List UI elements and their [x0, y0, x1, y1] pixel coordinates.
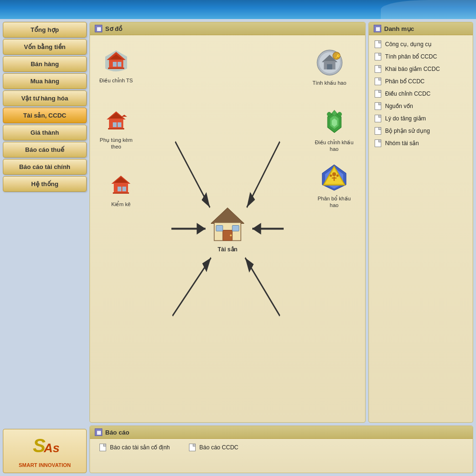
danh-muc-item-6[interactable]: Lý do tăng giảm	[369, 112, 473, 125]
danh-muc-label-3: Phân bổ CCDC	[385, 78, 425, 85]
doc-icon-2	[375, 65, 381, 73]
dieu-chinh-khau-hao-label: Điều chỉnh khấuhao	[313, 139, 356, 153]
svg-rect-26	[327, 64, 332, 69]
dieu-chinh-ts-icon	[95, 50, 138, 76]
danh-muc-label-7: Bộ phận sử dụng	[385, 128, 430, 134]
sidebar-item-bao-cao-thue[interactable]: Báo cáo thuế	[3, 142, 87, 158]
center-house: Tài sản	[208, 205, 247, 252]
sidebar-item-tong-hop[interactable]: Tổng hợp	[3, 22, 87, 38]
svg-marker-35	[121, 115, 127, 117]
danh-muc-list: Công cụ, dụng cụ Tính phân bổ CCDC Khai …	[369, 35, 473, 422]
doc-icon-8	[375, 139, 381, 147]
bao-cao-header-icon: ▦	[95, 428, 102, 436]
svg-marker-9	[211, 208, 244, 223]
tinh-khau-hao-label: Tính khấu hao	[308, 79, 351, 86]
sidebar-item-he-thong[interactable]: Hệ thống	[3, 176, 87, 192]
phu-tung-label: Phụ tùng kèmtheo	[95, 137, 138, 150]
sidebar-item-tai-san[interactable]: Tài sản, CCDC	[3, 108, 87, 123]
diagram-area: Tài sản	[90, 35, 365, 422]
so-do-header: ▦ Sơ đồ	[90, 22, 365, 35]
bao-cao-panel: ▦ Báo cáo Báo cáo tài sản cố định Báo cá…	[89, 426, 473, 473]
svg-rect-18	[118, 62, 121, 67]
so-do-panel: ▦ Sơ đồ	[89, 22, 366, 423]
node-dieu-chinh-ts[interactable]: Điều chỉnh TS	[95, 50, 138, 84]
svg-rect-34	[108, 128, 124, 129]
danh-muc-label-8: Nhóm tài sản	[385, 140, 419, 147]
danh-muc-item-4[interactable]: Điều chỉnh CCDC	[369, 88, 473, 100]
sidebar-item-mua-hang[interactable]: Mua hàng	[3, 73, 87, 89]
bao-cao-doc-icon-0	[99, 444, 106, 451]
svg-point-52	[332, 172, 336, 176]
danh-muc-item-1[interactable]: Tính phân bổ CCDC	[369, 50, 473, 63]
kiem-ke-label: Kiểm kê	[99, 201, 142, 208]
tinh-khau-hao-icon: 🔑	[308, 50, 351, 79]
svg-rect-17	[113, 62, 117, 67]
danh-muc-header: ▦ Danh mục	[369, 22, 473, 35]
bao-cao-item-0[interactable]: Báo cáo tài sản cố định	[99, 444, 170, 451]
svg-line-3	[175, 142, 210, 208]
top-header	[0, 0, 476, 19]
danh-muc-item-7[interactable]: Bộ phận sử dụng	[369, 125, 473, 137]
danh-muc-label-6: Lý do tăng giảm	[385, 115, 426, 122]
node-phu-tung[interactable]: Phụ tùng kèmtheo	[95, 109, 138, 150]
svg-rect-31	[113, 122, 117, 127]
svg-rect-20	[109, 59, 123, 60]
svg-rect-13	[232, 225, 239, 231]
svg-rect-12	[216, 225, 223, 231]
so-do-title: Sơ đồ	[105, 25, 122, 32]
center-house-label: Tài sản	[208, 246, 247, 252]
sidebar-item-bao-cao-tc[interactable]: Báo cáo tài chính	[3, 159, 87, 175]
phan-bo-khau-hao-icon	[313, 164, 356, 194]
phu-tung-icon	[95, 109, 138, 136]
kiem-ke-icon	[99, 173, 142, 200]
svg-text:As: As	[43, 441, 59, 455]
doc-icon-6	[375, 115, 381, 122]
sidebar-item-ban-hang[interactable]: Bán hàng	[3, 56, 87, 72]
danh-muc-item-2[interactable]: Khai báo giảm CCDC	[369, 63, 473, 75]
node-tinh-khau-hao[interactable]: 🔑 Tính khấu hao	[308, 50, 351, 86]
bao-cao-doc-icon-1	[189, 444, 196, 451]
bao-cao-label-1: Báo cáo CCDC	[199, 444, 238, 451]
danh-muc-item-0[interactable]: Công cụ, dụng cụ	[369, 38, 473, 50]
node-dieu-chinh-khau-hao[interactable]: Điều chỉnh khấuhao	[313, 109, 356, 153]
doc-icon-1	[375, 53, 381, 60]
danh-muc-label-2: Khai báo giảm CCDC	[385, 66, 440, 72]
svg-rect-32	[118, 122, 121, 127]
doc-icon-4	[375, 90, 381, 98]
svg-text:🔑: 🔑	[335, 54, 340, 60]
dieu-chinh-khau-hao-icon	[313, 109, 356, 138]
danh-muc-item-5[interactable]: Nguồn vốn	[369, 100, 473, 112]
bao-cao-label-0: Báo cáo tài sản cố định	[110, 444, 170, 451]
doc-icon-0	[375, 40, 381, 48]
so-do-header-icon: ▦	[95, 25, 102, 32]
danh-muc-item-3[interactable]: Phân bổ CCDC	[369, 75, 473, 88]
svg-point-41	[337, 112, 342, 117]
svg-line-8	[245, 258, 280, 316]
svg-rect-47	[113, 192, 129, 194]
svg-point-55	[329, 175, 332, 177]
svg-line-4	[247, 142, 279, 208]
danh-muc-label-4: Điều chỉnh CCDC	[385, 90, 430, 97]
top-row: ▦ Sơ đồ	[89, 22, 473, 423]
danh-muc-item-8[interactable]: Nhóm tài sản	[369, 137, 473, 149]
phan-bo-khau-hao-label: Phân bổ khấuhao	[313, 195, 356, 209]
danh-muc-label-5: Nguồn vốn	[385, 103, 413, 109]
bao-cao-item-1[interactable]: Báo cáo CCDC	[189, 444, 238, 451]
sidebar-item-von-bang-tien[interactable]: Vốn bằng tiền	[3, 39, 87, 55]
bao-cao-items: Báo cáo tài sản cố định Báo cáo CCDC	[90, 439, 473, 456]
doc-icon-3	[375, 78, 381, 85]
node-phan-bo-khau-hao[interactable]: Phân bổ khấuhao	[313, 164, 356, 209]
sidebar-item-vat-tu[interactable]: Vật tư hàng hóa	[3, 90, 87, 106]
sidebar: Tổng hợp Vốn bằng tiền Bán hàng Mua hàng…	[3, 22, 87, 473]
sidebar-item-gia-thanh[interactable]: Giá thành	[3, 125, 87, 140]
danh-muc-title: Danh mục	[384, 25, 414, 32]
sidebar-logo: S As SMART INNOVATION	[3, 429, 87, 473]
bao-cao-title: Báo cáo	[105, 429, 129, 436]
svg-rect-44	[118, 187, 121, 191]
svg-line-7	[172, 258, 211, 316]
content-area: ▦ Sơ đồ	[89, 22, 473, 473]
danh-muc-header-icon: ▦	[374, 25, 381, 32]
danh-muc-label-1: Tính phân bổ CCDC	[385, 53, 437, 60]
node-kiem-ke[interactable]: Kiểm kê	[99, 173, 142, 208]
danh-muc-label-0: Công cụ, dụng cụ	[385, 41, 432, 48]
